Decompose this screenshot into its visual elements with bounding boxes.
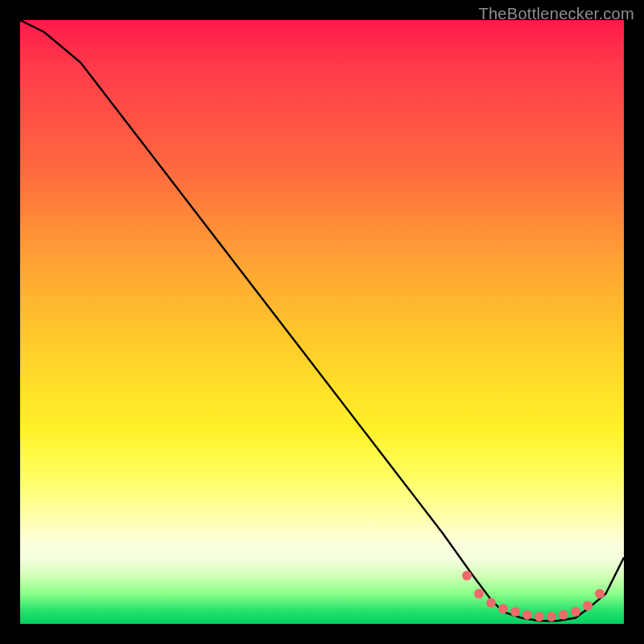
marker-dot (583, 601, 592, 611)
marker-dot (595, 589, 605, 599)
marker-dot (486, 598, 496, 608)
main-curve (20, 20, 624, 621)
curve-layer (20, 20, 624, 624)
marker-dot (522, 610, 532, 620)
marker-dot (535, 612, 544, 621)
marker-dot (559, 610, 568, 620)
marker-dot (510, 607, 520, 617)
marker-dot (474, 589, 484, 599)
marker-dot (547, 612, 556, 621)
marker-dot (498, 604, 508, 613)
marker-dots (462, 571, 605, 621)
plot-area (20, 20, 624, 624)
marker-dot (462, 571, 472, 580)
marker-dot (571, 607, 580, 617)
chart-stage: TheBottlenecker.com (0, 0, 644, 644)
